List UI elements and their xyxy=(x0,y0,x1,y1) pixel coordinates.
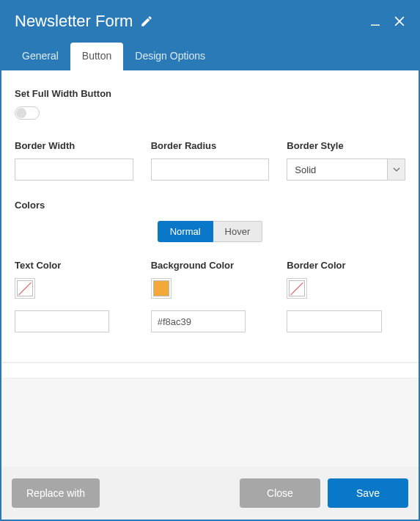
chevron-down-icon xyxy=(387,159,405,180)
border-style-select[interactable]: Solid xyxy=(287,159,405,181)
text-color-swatch xyxy=(17,280,33,296)
content: Set Full Width Button Border Width Borde… xyxy=(1,70,419,520)
bg-color-label: Background Color xyxy=(151,260,270,271)
border-width-label: Border Width xyxy=(15,140,133,151)
border-color-swatch xyxy=(289,280,305,296)
save-button[interactable]: Save xyxy=(328,478,408,508)
modal-title: Newsletter Form xyxy=(15,12,133,31)
color-state-tabs: Normal Hover xyxy=(15,221,405,242)
close-button[interactable]: Close xyxy=(240,478,320,508)
state-tab-normal[interactable]: Normal xyxy=(158,221,213,242)
border-color-label: Border Color xyxy=(287,260,405,271)
bg-color-swatch-wrap[interactable] xyxy=(151,278,172,299)
border-style-label: Border Style xyxy=(287,140,405,151)
border-style-col: Border Style Solid xyxy=(287,140,405,181)
text-color-label: Text Color xyxy=(15,260,133,271)
colors-section: Colors Normal Hover Text Color Backgroun… xyxy=(15,200,405,332)
replace-with-button[interactable]: Replace with xyxy=(12,478,100,508)
spacer xyxy=(1,379,419,467)
tab-button[interactable]: Button xyxy=(70,43,123,70)
state-tab-hover[interactable]: Hover xyxy=(213,221,263,242)
pencil-icon[interactable] xyxy=(140,15,153,28)
modal-header: Newsletter Form General Button Design Op… xyxy=(1,1,419,70)
border-color-col: Border Color xyxy=(287,260,405,332)
footer: Replace with Close Save xyxy=(1,467,419,520)
border-width-input[interactable] xyxy=(15,159,133,181)
colors-label: Colors xyxy=(15,200,405,211)
bg-color-input[interactable] xyxy=(151,310,246,332)
window-controls xyxy=(369,14,407,29)
border-radius-input[interactable] xyxy=(151,159,270,181)
tabs: General Button Design Options xyxy=(1,37,419,70)
full-width-toggle[interactable] xyxy=(15,106,40,120)
bg-color-col: Background Color xyxy=(151,260,270,332)
border-radius-col: Border Radius xyxy=(151,140,270,181)
tab-general[interactable]: General xyxy=(10,43,70,70)
text-color-col: Text Color xyxy=(15,260,133,332)
panel-divider xyxy=(1,362,419,379)
color-row: Text Color Background Color Border Color xyxy=(15,260,405,332)
tab-design-options[interactable]: Design Options xyxy=(123,43,217,70)
text-color-swatch-wrap[interactable] xyxy=(15,278,35,299)
full-width-label: Set Full Width Button xyxy=(15,88,405,99)
modal-title-wrap: Newsletter Form xyxy=(15,12,369,31)
bg-color-swatch xyxy=(153,280,169,296)
titlebar: Newsletter Form xyxy=(1,1,419,37)
border-color-swatch-wrap[interactable] xyxy=(287,278,307,299)
border-style-value: Solid xyxy=(287,159,387,180)
minimize-icon[interactable] xyxy=(369,15,382,28)
close-icon[interactable] xyxy=(392,14,407,29)
border-row: Border Width Border Radius Border Style … xyxy=(15,140,405,181)
border-width-col: Border Width xyxy=(15,140,133,181)
svg-rect-0 xyxy=(371,25,380,26)
border-radius-label: Border Radius xyxy=(151,140,270,151)
text-color-input[interactable] xyxy=(15,310,109,332)
border-color-input[interactable] xyxy=(287,310,381,332)
button-settings-panel: Set Full Width Button Border Width Borde… xyxy=(1,70,419,362)
